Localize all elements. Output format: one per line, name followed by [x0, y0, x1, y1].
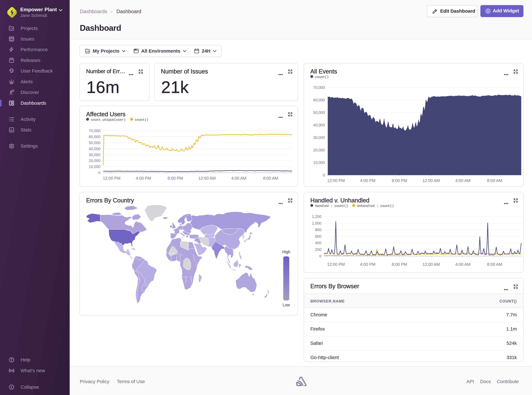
- svg-text:12:00 AM: 12:00 AM: [198, 176, 216, 181]
- svg-text:1,000: 1,000: [312, 221, 321, 225]
- svg-text:4:00 PM: 4:00 PM: [360, 262, 375, 267]
- svg-text:0: 0: [319, 254, 321, 258]
- svg-text:60,000: 60,000: [89, 135, 100, 139]
- svg-text:0: 0: [323, 173, 325, 177]
- svg-text:4:00 AM: 4:00 AM: [455, 262, 470, 267]
- svg-text:8:00 PM: 8:00 PM: [392, 262, 407, 267]
- svg-text:12:00 PM: 12:00 PM: [327, 262, 345, 267]
- svg-text:12:00 PM: 12:00 PM: [327, 178, 345, 183]
- svg-text:0: 0: [98, 170, 100, 175]
- svg-text:8:00 PM: 8:00 PM: [168, 176, 183, 181]
- svg-text:50,000: 50,000: [313, 110, 325, 115]
- svg-text:70,000: 70,000: [313, 85, 325, 90]
- svg-text:600: 600: [315, 234, 321, 239]
- svg-text:800: 800: [315, 228, 321, 232]
- svg-text:40,000: 40,000: [89, 147, 100, 151]
- svg-text:8:00 PM: 8:00 PM: [392, 178, 407, 183]
- svg-text:8:00 AM: 8:00 AM: [263, 176, 278, 181]
- svg-text:200: 200: [315, 247, 321, 252]
- svg-text:12:00 AM: 12:00 AM: [423, 262, 440, 267]
- svg-text:20,000: 20,000: [313, 148, 325, 152]
- svg-text:4:00 PM: 4:00 PM: [136, 176, 151, 181]
- svg-text:4:00 AM: 4:00 AM: [455, 178, 470, 183]
- svg-text:30,000: 30,000: [313, 135, 325, 140]
- svg-text:10,000: 10,000: [313, 160, 325, 165]
- svg-text:70,000: 70,000: [89, 129, 100, 133]
- svg-text:4:00 AM: 4:00 AM: [231, 176, 246, 181]
- svg-text:12:00 AM: 12:00 AM: [423, 178, 440, 183]
- svg-text:8:00 AM: 8:00 AM: [487, 178, 502, 183]
- svg-text:40,000: 40,000: [313, 123, 325, 127]
- svg-text:60,000: 60,000: [313, 98, 325, 102]
- svg-text:10,000: 10,000: [89, 165, 100, 169]
- svg-text:12:00 PM: 12:00 PM: [103, 176, 120, 181]
- svg-text:1,200: 1,200: [312, 214, 321, 219]
- svg-text:400: 400: [315, 241, 321, 245]
- svg-text:8:00 AM: 8:00 AM: [487, 262, 502, 267]
- svg-text:30,000: 30,000: [89, 153, 100, 157]
- svg-text:4:00 PM: 4:00 PM: [360, 178, 375, 183]
- svg-text:20,000: 20,000: [89, 159, 100, 163]
- svg-text:50,000: 50,000: [89, 141, 100, 145]
